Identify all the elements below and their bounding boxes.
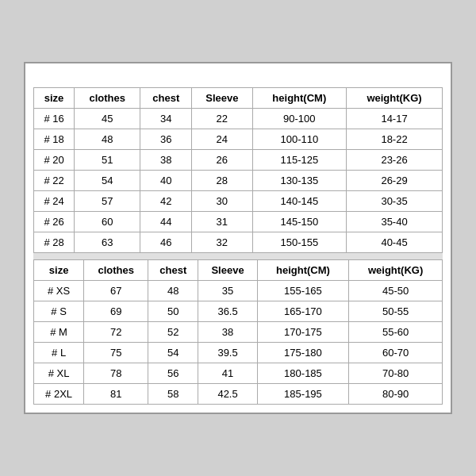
cell-s2-r4-c1: 78: [84, 363, 148, 384]
cell-s1-r5-c1: 60: [75, 212, 140, 232]
cell-s1-r5-c3: 31: [192, 212, 252, 232]
cell-s1-r0-c0: # 16: [34, 109, 75, 129]
table-body-2: # XS674835155-16545-50# S695036.5165-170…: [34, 281, 443, 405]
cell-s1-r3-c4: 130-135: [252, 171, 347, 191]
cell-s1-r4-c5: 30-35: [347, 191, 443, 212]
cell-s2-r1-c0: # S: [34, 301, 84, 322]
cell-s1-r5-c2: 44: [140, 212, 192, 232]
cell-s2-r1-c5: 50-55: [349, 301, 443, 322]
table-row: # 28634632150-15540-45: [34, 232, 443, 253]
cell-s2-r3-c3: 39.5: [198, 343, 257, 363]
col-header-0: size: [34, 88, 75, 109]
table-body-1: # 1645342290-10014-17# 18483624100-11018…: [34, 109, 443, 253]
col-header-4: height(CM): [257, 260, 348, 281]
cell-s1-r3-c3: 28: [192, 171, 252, 191]
cell-s2-r3-c2: 54: [148, 343, 198, 363]
cell-s1-r1-c2: 36: [140, 129, 192, 150]
cell-s2-r0-c4: 155-165: [257, 281, 348, 301]
cell-s1-r2-c4: 115-125: [252, 150, 347, 171]
cell-s1-r3-c5: 26-29: [347, 171, 443, 191]
cell-s1-r6-c3: 32: [192, 232, 252, 253]
cell-s2-r0-c5: 45-50: [349, 281, 443, 301]
cell-s1-r2-c0: # 20: [34, 150, 75, 171]
cell-s2-r1-c1: 69: [84, 301, 148, 322]
cell-s1-r3-c2: 40: [140, 171, 192, 191]
cell-s2-r1-c4: 165-170: [257, 301, 348, 322]
cell-s1-r0-c4: 90-100: [252, 109, 347, 129]
col-header-1: clothes: [75, 88, 140, 109]
col-header-1: clothes: [84, 260, 148, 281]
table-row: # 2XL815842.5185-19580-90: [34, 384, 443, 405]
table-row: # 1645342290-10014-17: [34, 109, 443, 129]
cell-s1-r2-c3: 26: [192, 150, 252, 171]
cell-s2-r2-c0: # M: [34, 322, 84, 343]
cell-s2-r0-c3: 35: [198, 281, 257, 301]
table-row: # M725238170-17555-60: [34, 322, 443, 343]
cell-s2-r2-c1: 72: [84, 322, 148, 343]
cell-s2-r5-c2: 58: [148, 384, 198, 405]
table-row: # S695036.5165-17050-55: [34, 301, 443, 322]
table-row: # 20513826115-12523-26: [34, 150, 443, 171]
cell-s1-r5-c5: 35-40: [347, 212, 443, 232]
col-header-2: chest: [140, 88, 192, 109]
cell-s2-r3-c5: 60-70: [349, 343, 443, 363]
cell-s2-r4-c0: # XL: [34, 363, 84, 384]
cell-s1-r6-c2: 46: [140, 232, 192, 253]
cell-s1-r2-c2: 38: [140, 150, 192, 171]
col-header-0: size: [34, 260, 84, 281]
cell-s1-r1-c4: 100-110: [252, 129, 347, 150]
cell-s2-r2-c5: 55-60: [349, 322, 443, 343]
cell-s2-r0-c2: 48: [148, 281, 198, 301]
cell-s2-r4-c2: 56: [148, 363, 198, 384]
cell-s1-r1-c3: 24: [192, 129, 252, 150]
table-row: # 24574230140-14530-35: [34, 191, 443, 212]
cell-s1-r2-c5: 23-26: [347, 150, 443, 171]
col-header-4: height(CM): [252, 88, 347, 109]
col-header-5: weight(KG): [349, 260, 443, 281]
cell-s2-r3-c1: 75: [84, 343, 148, 363]
section-divider: [33, 253, 443, 259]
table-row: # 18483624100-11018-22: [34, 129, 443, 150]
cell-s2-r5-c3: 42.5: [198, 384, 257, 405]
cell-s2-r1-c3: 36.5: [198, 301, 257, 322]
cell-s1-r4-c0: # 24: [34, 191, 75, 212]
cell-s1-r1-c1: 48: [75, 129, 140, 150]
cell-s2-r3-c0: # L: [34, 343, 84, 363]
cell-s1-r4-c2: 42: [140, 191, 192, 212]
cell-s2-r0-c0: # XS: [34, 281, 84, 301]
table-row: # 22544028130-13526-29: [34, 171, 443, 191]
cell-s2-r3-c4: 175-180: [257, 343, 348, 363]
table-row: # XS674835155-16545-50: [34, 281, 443, 301]
cell-s1-r4-c3: 30: [192, 191, 252, 212]
cell-s2-r5-c1: 81: [84, 384, 148, 405]
cell-s2-r2-c3: 38: [198, 322, 257, 343]
col-header-5: weight(KG): [347, 88, 443, 109]
cell-s2-r4-c5: 70-80: [349, 363, 443, 384]
cell-s1-r4-c1: 57: [75, 191, 140, 212]
cell-s1-r2-c1: 51: [75, 150, 140, 171]
cell-s2-r4-c3: 41: [198, 363, 257, 384]
size-chart-card: sizeclotheschestSleeveheight(CM)weight(K…: [24, 62, 452, 414]
cell-s1-r6-c0: # 28: [34, 232, 75, 253]
cell-s1-r0-c5: 14-17: [347, 109, 443, 129]
cell-s1-r0-c3: 22: [192, 109, 252, 129]
size-table-section2: sizeclotheschestSleeveheight(CM)weight(K…: [33, 259, 443, 405]
cell-s1-r4-c4: 140-145: [252, 191, 347, 212]
cell-s1-r3-c0: # 22: [34, 171, 75, 191]
cell-s1-r1-c0: # 18: [34, 129, 75, 150]
cell-s1-r6-c4: 150-155: [252, 232, 347, 253]
col-header-2: chest: [148, 260, 198, 281]
header-row-2: sizeclotheschestSleeveheight(CM)weight(K…: [34, 260, 443, 281]
cell-s1-r1-c5: 18-22: [347, 129, 443, 150]
size-table-section1: sizeclotheschestSleeveheight(CM)weight(K…: [33, 87, 443, 253]
cell-s1-r6-c1: 63: [75, 232, 140, 253]
header-row-1: sizeclotheschestSleeveheight(CM)weight(K…: [34, 88, 443, 109]
cell-s2-r1-c2: 50: [148, 301, 198, 322]
table-header-1: sizeclotheschestSleeveheight(CM)weight(K…: [34, 88, 443, 109]
cell-s2-r0-c1: 67: [84, 281, 148, 301]
col-header-3: Sleeve: [192, 88, 252, 109]
table-row: # 26604431145-15035-40: [34, 212, 443, 232]
cell-s1-r5-c4: 145-150: [252, 212, 347, 232]
col-header-3: Sleeve: [198, 260, 257, 281]
table-row: # L755439.5175-18060-70: [34, 343, 443, 363]
